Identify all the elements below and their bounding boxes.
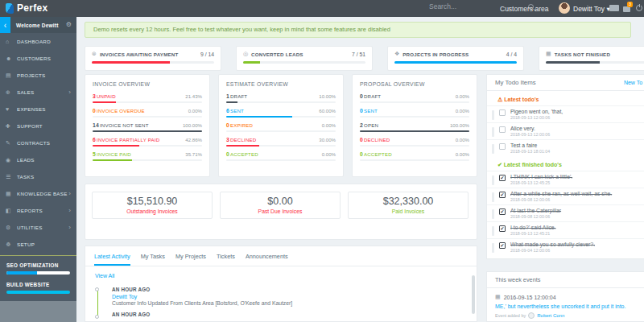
- invoices-icon: ⊜: [92, 51, 97, 57]
- sidebar-item-setup[interactable]: ☸SETUP: [0, 236, 76, 253]
- drag-handle[interactable]: [492, 226, 494, 236]
- tab-latest-activity[interactable]: Latest Activity: [94, 246, 130, 266]
- tab-tickets[interactable]: Tickets: [217, 246, 235, 266]
- sidebar-item-tasks[interactable]: ☰TASKS: [0, 168, 76, 185]
- drag-handle[interactable]: [492, 192, 494, 202]
- customers-icon: ☻: [6, 56, 17, 61]
- sidebar-item-contracts[interactable]: ✎CONTRACTS: [0, 134, 76, 151]
- todo-checkbox-checked[interactable]: ✔: [499, 175, 506, 181]
- sidebar-item-expenses[interactable]: ♥EXPENSES: [0, 101, 76, 118]
- stat-progress-bar: [243, 61, 365, 64]
- sidebar-welcome: ‹ Welcome Dewitt ⚙: [0, 17, 76, 33]
- activity-panel: Latest Activity My Tasks My Projects Tic…: [85, 246, 477, 322]
- setup-icon: ☸: [6, 242, 17, 248]
- chevron-right-icon: ›: [68, 224, 71, 231]
- drag-handle[interactable]: [492, 243, 494, 253]
- invoice-overview-panel: INVOICE OVERVIEW 3UNPAID21.43% 0INVOICE …: [85, 74, 210, 177]
- sidebar-item-dashboard[interactable]: ⌂DASHBOARD: [0, 33, 76, 50]
- overview-row: 5INVOICE PAID35.71%: [93, 151, 202, 161]
- brand[interactable]: Perfex: [6, 2, 48, 14]
- scrollbar-thumb[interactable]: [472, 275, 475, 314]
- drag-handle[interactable]: [492, 144, 494, 154]
- sidebar-item-projects[interactable]: ▤PROJECTS: [0, 67, 76, 84]
- todo-item-finished: ✔ What made you so awfully clever?.2018-…: [487, 238, 644, 255]
- past-due-invoices-box[interactable]: $0.00 Past Due Invoices: [220, 192, 341, 219]
- welcome-label: Welcome Dewitt: [16, 23, 59, 28]
- contracts-icon: ✎: [6, 140, 17, 147]
- language-flag-icon[interactable]: [609, 5, 619, 11]
- sidebar-item-leads[interactable]: ◉LEADS: [0, 151, 76, 168]
- timeline-dot: [95, 287, 99, 291]
- sidebar-item-sales[interactable]: ⊕SALES›: [0, 84, 76, 101]
- tasks-grid-icon: ▦: [546, 51, 551, 57]
- event-author-avatar: [528, 312, 535, 319]
- overview-row: 3DECLINED30.00%: [226, 137, 336, 147]
- overview-row: 0DECLINED0.00%: [360, 137, 469, 147]
- utilities-icon: ⚙: [6, 225, 17, 231]
- panel-title: INVOICE OVERVIEW: [93, 81, 202, 87]
- build-progress-bar: [6, 291, 70, 294]
- stat-card-converted-leads[interactable]: ◎CONVERTED LEADS7 / 51: [236, 46, 373, 71]
- todo-checkbox-checked[interactable]: ✔: [499, 225, 506, 232]
- chevron-right-icon: ›: [68, 190, 71, 197]
- sidebar-item-knowledge-base[interactable]: ▦KNOWLEDGE BASE›: [0, 185, 76, 202]
- chevron-right-icon: ›: [68, 207, 71, 214]
- event-added-by: Event added byRobert Conn: [487, 309, 644, 319]
- timeline-line: [97, 290, 98, 316]
- todo-checkbox-checked[interactable]: ✔: [499, 242, 506, 249]
- event-date-row: ▦2016-09-15 12:00:04: [487, 288, 644, 300]
- leads-target-icon: ◎: [243, 51, 248, 57]
- drag-handle[interactable]: [492, 209, 494, 219]
- sidebar-item-customers[interactable]: ☻CUSTOMERS: [0, 50, 76, 67]
- sidebar-item-utilities[interactable]: ⚙UTILITIES›: [0, 219, 76, 236]
- perfex-logo-icon: [6, 3, 14, 14]
- projects-icon: ▤: [6, 72, 17, 79]
- calendar-icon: ▦: [495, 294, 501, 300]
- stat-card-projects-in-progress[interactable]: ❖PROJECTS IN PROGRESS4 / 4: [387, 46, 524, 71]
- tab-my-projects[interactable]: My Projects: [175, 246, 206, 266]
- todo-checkbox[interactable]: [499, 109, 506, 116]
- events-panel-title: This week events: [487, 272, 644, 288]
- todo-checkbox[interactable]: [499, 143, 506, 150]
- notifications-icon[interactable]: 3: [623, 6, 630, 12]
- stat-card-tasks-not-finished[interactable]: ▦TASKS NOT FINISHED: [539, 46, 644, 71]
- sidebar: ‹ Welcome Dewitt ⚙ ⌂DASHBOARD ☻CUSTOMERS…: [0, 17, 76, 322]
- sidebar-item-seo-optimization[interactable]: SEO OPTIMIZATION: [6, 262, 70, 275]
- overview-row: 14INVOICE NOT SENT100.00%: [93, 122, 202, 132]
- sidebar-footer: [0, 301, 76, 322]
- sidebar-extra: SEO OPTIMIZATION BUILD WEBSITE: [0, 255, 76, 294]
- tab-announcements[interactable]: Announcements: [246, 246, 288, 266]
- sidebar-item-support[interactable]: ✚SUPPORT: [0, 118, 76, 134]
- stat-card-invoices-awaiting[interactable]: ⊜INVOICES AWAITING PAYMENT9 / 14: [85, 46, 221, 71]
- sidebar-item-reports[interactable]: ◧REPORTS›: [0, 202, 76, 219]
- user-menu[interactable]: Dewitt Toy ▾: [573, 5, 610, 13]
- panel-title: ESTIMATE OVERVIEW: [226, 81, 336, 87]
- todo-checkbox-checked[interactable]: ✔: [499, 192, 506, 198]
- invoice-totals-panel: $15,510.90 Outstanding Invoices $0.00 Pa…: [85, 184, 477, 240]
- sidebar-item-build-website[interactable]: BUILD WEBSITE: [6, 282, 70, 294]
- notification-badge: 3: [627, 2, 633, 7]
- activity-item: AN HOUR AGO Dewitt Toy Customer Info Upd…: [112, 287, 477, 306]
- outstanding-invoices-box[interactable]: $15,510.90 Outstanding Invoices: [92, 192, 213, 219]
- todo-panel-title: My Todo Items: [495, 79, 536, 86]
- drag-handle[interactable]: [492, 175, 494, 185]
- user-avatar[interactable]: [559, 2, 570, 14]
- leads-icon: ◉: [6, 157, 17, 163]
- sidebar-toggle-button[interactable]: ‹: [0, 17, 10, 33]
- paid-invoices-box[interactable]: $32,330.00 Paid Invoices: [348, 192, 469, 219]
- finished-todos-header: ✔ Latest finished todo's: [487, 156, 644, 171]
- new-todo-link[interactable]: New To Do: [624, 80, 644, 85]
- drag-handle[interactable]: [492, 110, 494, 120]
- drag-handle[interactable]: [492, 127, 494, 137]
- tab-my-tasks[interactable]: My Tasks: [141, 246, 165, 266]
- activity-user-link[interactable]: Dewitt Toy: [112, 294, 477, 299]
- todo-checkbox-checked[interactable]: ✔: [499, 208, 506, 215]
- logout-power-icon[interactable]: [636, 5, 642, 11]
- customers-area-link[interactable]: Customers area: [500, 5, 548, 13]
- view-all-link[interactable]: View All: [95, 273, 114, 279]
- gear-icon[interactable]: ⚙: [66, 21, 72, 28]
- todo-checkbox[interactable]: [499, 126, 506, 133]
- event-author-link[interactable]: Robert Conn: [537, 313, 564, 318]
- activity-timeline: AN HOUR AGO Dewitt Toy Customer Info Upd…: [85, 287, 477, 317]
- event-title-link[interactable]: ME,' but nevertheless she uncorked it an…: [487, 300, 644, 309]
